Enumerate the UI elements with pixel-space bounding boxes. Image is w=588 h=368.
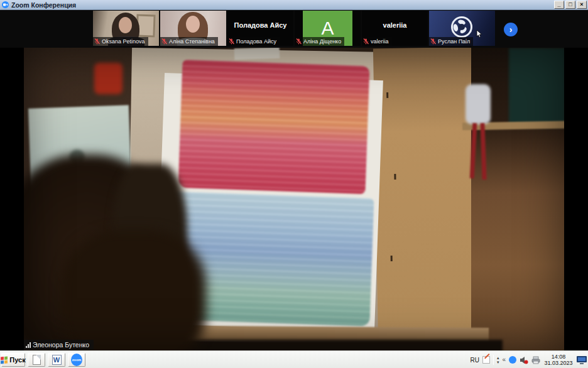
participant-name-label: Oksana Petinova: [93, 37, 148, 46]
close-button[interactable]: ×: [577, 1, 587, 9]
participant-tile-oksana[interactable]: Oksana Petinova: [93, 11, 159, 46]
language-bar-options-icon[interactable]: ▴▾: [497, 355, 499, 364]
participant-name-label: Аліна Степанівна: [160, 37, 218, 46]
system-tray: RU ▴▾ « 14:08 31.03.2023: [470, 351, 587, 368]
taskbar-document-button[interactable]: [28, 353, 45, 367]
muted-mic-icon: [363, 38, 369, 45]
minimize-button[interactable]: _: [554, 1, 564, 9]
speaker-name-label: Элеонора Бутенко: [24, 340, 94, 350]
window-title: Zoom Конференция: [11, 1, 76, 9]
taskbar-word-button[interactable]: W: [48, 353, 65, 367]
restore-button[interactable]: □: [565, 1, 575, 9]
tray-date: 31.03.2023: [543, 360, 574, 366]
participant-name-label: Аліна Діщенко: [295, 37, 344, 46]
volume-muted-icon[interactable]: [520, 356, 528, 364]
participants-strip: Oksana Petinova Аліна Степанівна Поладов…: [0, 10, 588, 48]
participant-display-name: Поладова Айсу: [227, 21, 293, 29]
participant-name-text: Аліна Степанівна: [169, 38, 215, 45]
taskbar-zoom-button[interactable]: zoom: [68, 353, 85, 367]
printer-icon[interactable]: [531, 356, 540, 364]
participant-tile-alina-s[interactable]: Аліна Степанівна: [160, 11, 226, 46]
mouse-cursor: [476, 30, 482, 38]
participant-name-text: Поладова Айсу: [236, 38, 276, 45]
connection-signal-icon: [26, 342, 31, 348]
participant-name-text: Аліна Діщенко: [303, 38, 341, 45]
windows-logo-icon: [1, 356, 8, 364]
participant-display-name: valeriia: [362, 21, 428, 29]
next-participants-button[interactable]: ›: [504, 23, 518, 36]
participant-tile-poladova[interactable]: Поладова Айсу Поладова Айсу: [227, 11, 293, 46]
participant-name-label: Поладова Айсу: [227, 37, 280, 46]
zoom-app-icon: [2, 1, 9, 8]
tray-clock[interactable]: 14:08 31.03.2023: [543, 354, 574, 366]
language-pen-icon[interactable]: [482, 356, 490, 364]
display-settings-icon[interactable]: [577, 356, 587, 364]
avatar-letter: A: [321, 18, 334, 39]
participant-name-text: Oksana Petinova: [102, 38, 145, 45]
language-indicator[interactable]: RU: [470, 357, 479, 364]
window-controls: _ □ ×: [554, 1, 587, 9]
participant-tile-valeriia[interactable]: valeriia valeriia: [362, 11, 428, 46]
muted-mic-icon: [94, 38, 100, 45]
zoom-tray-icon[interactable]: [509, 356, 516, 364]
document-icon: [33, 355, 41, 365]
muted-mic-icon: [430, 38, 436, 45]
tray-divider: [493, 355, 494, 365]
participant-name-text: valeriia: [371, 38, 389, 45]
tray-time: 14:08: [543, 354, 574, 360]
participant-name-label: Руслан Паіл: [429, 37, 473, 46]
muted-mic-icon: [161, 38, 167, 45]
participant-name-label: valeriia: [362, 37, 392, 46]
hidden-icons-chevron[interactable]: «: [502, 357, 506, 363]
start-button-label: Пуск: [9, 356, 25, 364]
start-button[interactable]: Пуск: [1, 353, 25, 367]
participant-name-text: Руслан Паіл: [438, 38, 470, 45]
window-titlebar[interactable]: Zoom Конференция _ □ ×: [0, 0, 588, 10]
participant-tile-alina-d[interactable]: A Аліна Діщенко: [295, 11, 361, 46]
participant-tile-ruslan[interactable]: Руслан Паіл: [429, 11, 495, 46]
word-icon: W: [52, 355, 62, 365]
muted-mic-icon: [296, 38, 302, 45]
muted-mic-icon: [229, 38, 234, 45]
taskbar: Пуск W zoom RU ▴▾ « 14:08 31.03.2023: [0, 350, 588, 368]
obs-logo-icon: [449, 14, 474, 40]
main-video-feed[interactable]: [24, 48, 564, 350]
zoom-icon: zoom: [71, 354, 82, 366]
speaker-name-text: Элеонора Бутенко: [33, 341, 89, 349]
